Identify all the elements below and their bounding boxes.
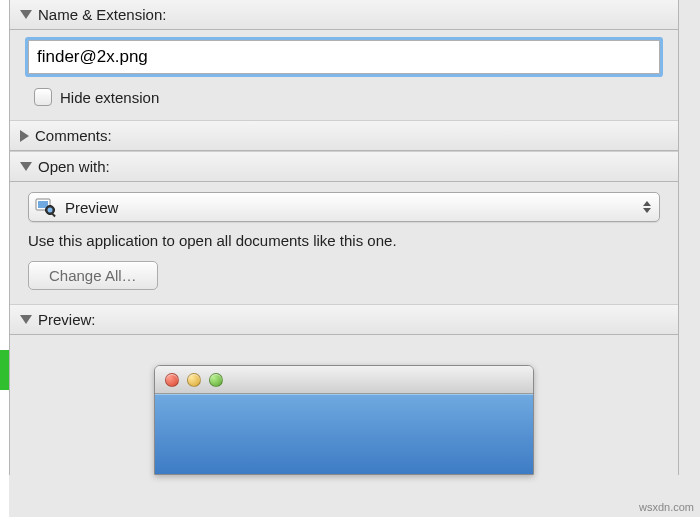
section-header-open-with[interactable]: Open with: (10, 151, 678, 182)
disclosure-triangle-down-icon (20, 162, 32, 171)
disclosure-triangle-right-icon (20, 130, 29, 142)
section-title: Comments: (35, 127, 112, 144)
left-edge (0, 0, 9, 517)
open-with-help-text: Use this application to open all documen… (28, 232, 660, 249)
section-title: Preview: (38, 311, 96, 328)
hide-extension-label: Hide extension (60, 89, 159, 106)
hide-extension-checkbox[interactable] (34, 88, 52, 106)
traffic-light-zoom-icon (209, 373, 223, 387)
traffic-light-close-icon (165, 373, 179, 387)
left-green-strip (0, 350, 9, 390)
disclosure-triangle-down-icon (20, 10, 32, 19)
popup-arrows-icon (643, 201, 651, 213)
preview-thumbnail-window (154, 365, 534, 475)
section-header-preview[interactable]: Preview: (10, 304, 678, 335)
section-title: Name & Extension: (38, 6, 166, 23)
disclosure-triangle-down-icon (20, 315, 32, 324)
preview-app-icon (35, 196, 57, 218)
section-header-comments[interactable]: Comments: (10, 120, 678, 151)
open-with-app-label: Preview (65, 199, 118, 216)
watermark: wsxdn.com (639, 501, 694, 513)
change-all-button[interactable]: Change All… (28, 261, 158, 290)
info-panel: Name & Extension: Hide extension Comment… (9, 0, 679, 475)
hide-extension-row: Hide extension (34, 88, 660, 106)
traffic-light-minimize-icon (187, 373, 201, 387)
svg-point-3 (48, 208, 53, 213)
section-title: Open with: (38, 158, 110, 175)
open-with-popup[interactable]: Preview (28, 192, 660, 222)
filename-input[interactable] (28, 40, 660, 74)
preview-titlebar (155, 366, 533, 394)
preview-area (10, 335, 678, 475)
section-body-name-extension: Hide extension (10, 30, 678, 120)
section-body-open-with: Preview Use this application to open all… (10, 182, 678, 304)
section-header-name-extension[interactable]: Name & Extension: (10, 0, 678, 30)
preview-body (155, 394, 533, 474)
